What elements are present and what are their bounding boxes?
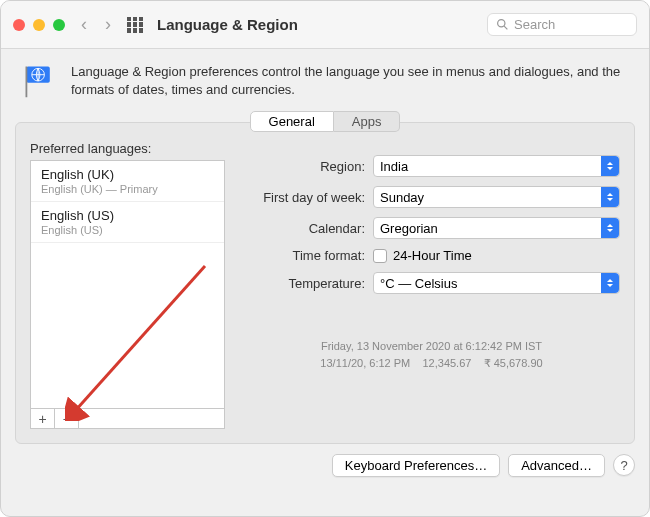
language-list[interactable]: English (UK) English (UK) — Primary Engl…	[30, 160, 225, 409]
window-controls	[13, 19, 65, 31]
settings-form: Region: India First day of week: Sunday …	[243, 141, 620, 429]
search-input[interactable]: Search	[487, 13, 637, 36]
titlebar: ‹ › Language & Region Search	[1, 1, 649, 49]
language-name: English (US)	[41, 208, 214, 223]
back-icon[interactable]: ‹	[81, 14, 87, 35]
format-sample: Friday, 13 November 2020 at 6:12:42 PM I…	[243, 338, 620, 371]
preferred-languages-label: Preferred languages:	[30, 141, 225, 156]
preferences-window: ‹ › Language & Region Search Language & …	[0, 0, 650, 517]
zoom-icon[interactable]	[53, 19, 65, 31]
main-panel: Preferred languages: English (UK) Englis…	[15, 122, 635, 444]
svg-line-1	[504, 26, 507, 29]
description-text: Language & Region preferences control th…	[71, 63, 629, 99]
chevron-updown-icon	[601, 273, 619, 293]
chevron-updown-icon	[601, 156, 619, 176]
firstday-select[interactable]: Sunday	[373, 186, 620, 208]
show-all-icon[interactable]	[127, 17, 143, 33]
tabs: General Apps	[1, 111, 649, 132]
minimize-icon[interactable]	[33, 19, 45, 31]
add-button[interactable]: +	[31, 409, 55, 428]
timeformat-checkbox-label: 24-Hour Time	[393, 248, 472, 263]
preferred-languages-section: Preferred languages: English (UK) Englis…	[30, 141, 225, 429]
header-description: Language & Region preferences control th…	[1, 49, 649, 111]
language-sub: English (UK) — Primary	[41, 183, 214, 195]
tab-apps[interactable]: Apps	[334, 111, 401, 132]
window-title: Language & Region	[157, 16, 298, 33]
forward-icon: ›	[105, 14, 111, 35]
calendar-label: Calendar:	[243, 221, 373, 236]
advanced-button[interactable]: Advanced…	[508, 454, 605, 477]
search-icon	[496, 18, 509, 31]
firstday-label: First day of week:	[243, 190, 373, 205]
help-button[interactable]: ?	[613, 454, 635, 476]
list-buttons: + −	[30, 409, 225, 429]
keyboard-preferences-button[interactable]: Keyboard Preferences…	[332, 454, 500, 477]
search-placeholder: Search	[514, 17, 555, 32]
timeformat-checkbox[interactable]	[373, 249, 387, 263]
tab-general[interactable]: General	[250, 111, 334, 132]
remove-button[interactable]: −	[55, 409, 79, 428]
footer: Keyboard Preferences… Advanced… ?	[1, 444, 649, 487]
language-sub: English (US)	[41, 224, 214, 236]
chevron-updown-icon	[601, 187, 619, 207]
region-label: Region:	[243, 159, 373, 174]
svg-point-0	[498, 20, 505, 27]
close-icon[interactable]	[13, 19, 25, 31]
globe-flag-icon	[21, 63, 57, 99]
region-select[interactable]: India	[373, 155, 620, 177]
temperature-label: Temperature:	[243, 276, 373, 291]
temperature-select[interactable]: °C — Celsius	[373, 272, 620, 294]
list-item[interactable]: English (UK) English (UK) — Primary	[31, 161, 224, 202]
nav-arrows: ‹ ›	[81, 14, 111, 35]
sample-line: Friday, 13 November 2020 at 6:12:42 PM I…	[243, 338, 620, 355]
sample-line: 13/11/20, 6:12 PM 12,345.67 ₹ 45,678.90	[243, 355, 620, 372]
list-item[interactable]: English (US) English (US)	[31, 202, 224, 243]
chevron-updown-icon	[601, 218, 619, 238]
timeformat-label: Time format:	[243, 248, 373, 263]
calendar-select[interactable]: Gregorian	[373, 217, 620, 239]
language-name: English (UK)	[41, 167, 214, 182]
